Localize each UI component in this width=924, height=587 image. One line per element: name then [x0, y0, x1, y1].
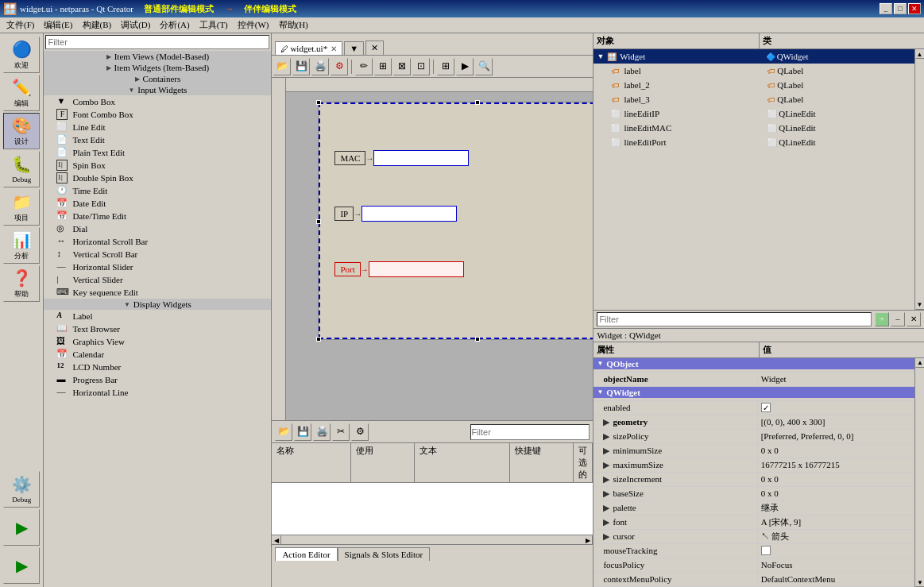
widget-h-scrollbar[interactable]: ↔ Horizontal Scroll Bar [44, 235, 271, 248]
toolbar-btn-1[interactable]: 📂 [273, 58, 291, 75]
ip-input[interactable] [361, 206, 457, 222]
widget-date-edit[interactable]: 📅 Date Edit [44, 197, 271, 210]
widget-v-slider[interactable]: | Vertical Slider [44, 273, 271, 286]
widget-spin-box[interactable]: 1| Spin Box [44, 159, 271, 172]
toolbar-preview-btn[interactable]: ▶ [456, 58, 474, 75]
widget-key-sequence[interactable]: ⌨ Key sequence Edit [44, 286, 271, 299]
sidebar-item-debug2[interactable]: ⚙️ Debug [3, 471, 40, 508]
widget-label[interactable]: A Label [44, 310, 271, 322]
file-tab[interactable]: 🖊 widget.ui* ✕ [275, 41, 342, 55]
sidebar-item-welcome[interactable]: 🔵 欢迎 [3, 37, 40, 73]
widget-graphics-view[interactable]: 🖼 Graphics View [44, 335, 271, 348]
mac-input[interactable] [373, 150, 469, 166]
category-input-widgets[interactable]: ▼ Input Widgets [44, 84, 271, 95]
handle-ml[interactable] [316, 219, 321, 224]
prop-mousetracking-val[interactable] [758, 544, 914, 558]
sidebar-item-debug[interactable]: 🐛 Debug [3, 151, 40, 187]
sidebar-item-help[interactable]: ❓ 帮助 [3, 265, 40, 302]
widget-time-edit[interactable]: 🕐 Time Edit [44, 184, 271, 197]
obj-row-label2[interactable]: 🏷 label_2 🏷 QLabel [593, 78, 914, 92]
props-scroll-down[interactable]: ▼ [915, 577, 924, 587]
handle-tl[interactable] [316, 100, 321, 105]
props-filter-add-btn[interactable]: + [875, 312, 889, 326]
close-button[interactable]: ✕ [908, 3, 921, 14]
menu-edit[interactable]: 编辑(E) [39, 17, 77, 33]
obj-scroll-down[interactable]: ▼ [915, 300, 925, 310]
sidebar-item-project[interactable]: 📁 项目 [3, 189, 40, 226]
widget-combo-box[interactable]: ▼ Combo Box [44, 95, 271, 108]
widget-lcd-number[interactable]: 12 LCD Number [44, 361, 271, 373]
bottom-btn-3[interactable]: 🖨️ [313, 423, 331, 441]
obj-v-scrollbar[interactable]: ▲ ▼ [914, 49, 924, 310]
widget-v-scrollbar[interactable]: ↕ Vertical Scroll Bar [44, 248, 271, 261]
bottom-btn-4[interactable]: ✂ [332, 423, 350, 441]
widget-h-slider[interactable]: — Horizontal Slider [44, 261, 271, 273]
bottom-btn-5[interactable]: ⚙ [351, 423, 369, 441]
menu-tools[interactable]: 工具(T) [195, 17, 233, 33]
menu-controls[interactable]: 控件(W) [233, 17, 274, 33]
port-input[interactable] [369, 261, 464, 277]
props-filter-input[interactable] [597, 312, 872, 326]
obj-row-lineEditMAC[interactable]: ⬜ lineEditMAC ⬜ QLineEdit [593, 121, 914, 135]
props-scroll-up[interactable]: ▲ [915, 358, 924, 368]
dropdown-tab[interactable]: ▼ [344, 41, 364, 55]
tab-close-icon[interactable]: ✕ [331, 44, 337, 53]
widget-datetime-edit[interactable]: 📅 Date/Time Edit [44, 210, 271, 222]
bottom-btn-2[interactable]: 💾 [294, 423, 311, 441]
widget-plain-text[interactable]: 📄 Plain Text Edit [44, 146, 271, 159]
sidebar-run-button[interactable]: ▶ [3, 509, 40, 546]
sidebar-item-design[interactable]: 🎨 设计 [3, 113, 40, 149]
toolbar-grid-btn[interactable]: ⊞ [437, 58, 454, 75]
widget-h-line[interactable]: — Horizontal Line [44, 386, 271, 399]
handle-tm[interactable] [475, 100, 480, 105]
menu-help[interactable]: 帮助(H) [274, 17, 313, 33]
category-item-views[interactable]: ▶ Item Views (Model-Based) [44, 51, 271, 62]
sizeincrement-expand-icon[interactable]: ▶ [603, 474, 609, 485]
form-canvas[interactable]: MAC → IP → [318, 102, 593, 340]
font-expand-icon[interactable]: ▶ [603, 517, 609, 527]
sidebar-run2-button[interactable]: ▶ [3, 547, 40, 584]
minimize-button[interactable]: _ [880, 3, 892, 14]
category-containers[interactable]: ▶ Containers [44, 73, 271, 84]
toolbar-break-btn[interactable]: ⊠ [393, 58, 411, 75]
toolbar-adjust-btn[interactable]: ⊡ [412, 58, 430, 75]
palette-expand-icon[interactable]: ▶ [603, 503, 609, 513]
category-item-widgets[interactable]: ▶ Item Widgets (Item-Based) [44, 62, 271, 73]
menu-build[interactable]: 构建(B) [78, 17, 117, 33]
maximize-button[interactable]: □ [894, 3, 907, 14]
close-tab[interactable]: ✕ [365, 41, 384, 55]
widget-calendar[interactable]: 📅 Calendar [44, 348, 271, 361]
toolbar-btn-2[interactable]: 💾 [292, 58, 310, 75]
prop-enabled-checkbox[interactable]: ✓ [761, 403, 771, 412]
props-v-scrollbar[interactable]: ▲ ▼ [914, 358, 924, 588]
palette-filter-input[interactable] [45, 35, 269, 49]
widget-text-edit[interactable]: 📄 Text Edit [44, 133, 271, 146]
cursor-expand-icon[interactable]: ▶ [603, 531, 609, 542]
obj-row-widget[interactable]: ▼ 🪟 Widget 🔷 QWidget [593, 49, 914, 64]
widget-text-browser[interactable]: 📖 Text Browser [44, 322, 271, 335]
bottom-filter-input[interactable] [470, 424, 590, 440]
handle-bl[interactable] [316, 337, 321, 342]
obj-row-lineEditIP[interactable]: ⬜ lineEditIP ⬜ QLineEdit [593, 106, 914, 121]
scroll-track[interactable] [281, 535, 583, 544]
prop-enabled-val[interactable]: ✓ [758, 401, 914, 415]
sizepolicy-expand-icon[interactable]: ▶ [603, 431, 609, 442]
widget-progress-bar[interactable]: ▬ Progress Bar [44, 373, 271, 386]
toolbar-edit-btn[interactable]: ✏ [355, 58, 373, 75]
handle-bm[interactable] [475, 337, 480, 342]
menu-file[interactable]: 文件(F) [2, 17, 39, 33]
sidebar-item-analyze[interactable]: 📊 分析 [3, 227, 40, 264]
obj-row-lineEditPort[interactable]: ⬜ lineEditPort ⬜ QLineEdit [593, 135, 914, 149]
prop-mousetracking-checkbox[interactable] [761, 546, 771, 555]
menu-debug[interactable]: 调试(D) [116, 17, 155, 33]
props-filter-minus-btn[interactable]: – [891, 312, 905, 326]
obj-row-label3[interactable]: 🏷 label_3 🏷 QLabel [593, 92, 914, 106]
toolbar-zoom-btn[interactable]: 🔍 [475, 58, 493, 75]
tab-action-editor[interactable]: Action Editor [275, 547, 337, 561]
basesize-expand-icon[interactable]: ▶ [603, 489, 609, 499]
props-scroll-track[interactable] [915, 368, 924, 578]
widget-double-spin-box[interactable]: 1| Double Spin Box [44, 172, 271, 184]
toolbar-layout-btn[interactable]: ⊞ [374, 58, 392, 75]
designer-canvas-area[interactable]: MAC → IP → [286, 78, 593, 420]
menu-analyze[interactable]: 分析(A) [155, 17, 194, 33]
